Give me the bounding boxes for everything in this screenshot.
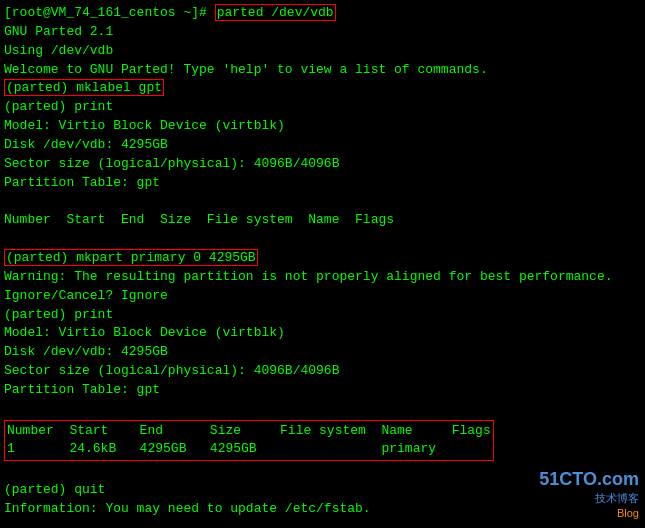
- prompt-1: [root@VM_74_161_centos ~]#: [4, 5, 215, 20]
- line-11-empty: [4, 192, 641, 211]
- line-24: 1 24.6kB 4295GB 4295GB primary: [7, 440, 491, 459]
- line-10: Partition Table: gpt: [4, 174, 641, 193]
- line-22-empty: [4, 400, 641, 419]
- line-12: Number Start End Size File system Name F…: [4, 211, 641, 230]
- parted-mkpart: (parted) mkpart primary 0 4295GB: [4, 249, 258, 266]
- line-8: Disk /dev/vdb: 4295GB: [4, 136, 641, 155]
- line-1: [root@VM_74_161_centos ~]# parted /dev/v…: [4, 4, 641, 23]
- cmd-1: parted /dev/vdb: [215, 4, 336, 21]
- line-17: (parted) print: [4, 306, 641, 325]
- line-6: (parted) print: [4, 98, 641, 117]
- partition-table-block: Number Start End Size File system Name F…: [4, 420, 494, 462]
- line-28-empty: [4, 519, 641, 528]
- watermark-blog: Blog: [539, 506, 639, 520]
- line-20: Sector size (logical/physical): 4096B/40…: [4, 362, 641, 381]
- line-19: Disk /dev/vdb: 4295GB: [4, 343, 641, 362]
- line-21: Partition Table: gpt: [4, 381, 641, 400]
- line-9: Sector size (logical/physical): 4096B/40…: [4, 155, 641, 174]
- watermark: 51CTO.com 技术博客 Blog: [539, 468, 639, 520]
- watermark-subtitle: 技术博客: [539, 491, 639, 505]
- line-13-empty: [4, 230, 641, 249]
- watermark-title: 51CTO.com: [539, 468, 639, 491]
- line-16: Ignore/Cancel? Ignore: [4, 287, 641, 306]
- line-3: Using /dev/vdb: [4, 42, 641, 61]
- line-23: Number Start End Size File system Name F…: [7, 422, 491, 441]
- line-18: Model: Virtio Block Device (virtblk): [4, 324, 641, 343]
- line-4: Welcome to GNU Parted! Type 'help' to vi…: [4, 61, 641, 80]
- parted-mklabel: (parted) mklabel gpt: [4, 79, 164, 96]
- line-2: GNU Parted 2.1: [4, 23, 641, 42]
- line-14: (parted) mkpart primary 0 4295GB: [4, 249, 641, 268]
- line-7: Model: Virtio Block Device (virtblk): [4, 117, 641, 136]
- line-5: (parted) mklabel gpt: [4, 79, 641, 98]
- terminal: [root@VM_74_161_centos ~]# parted /dev/v…: [0, 0, 645, 528]
- line-15: Warning: The resulting partition is not …: [4, 268, 641, 287]
